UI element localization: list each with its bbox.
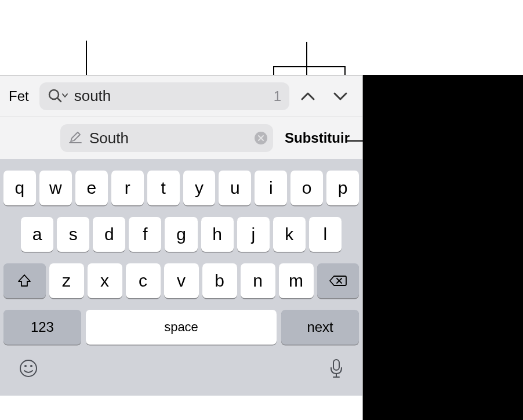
search-input-value[interactable]: south [74,87,268,105]
svg-point-5 [30,365,32,367]
key-u[interactable]: u [219,171,251,205]
key-r[interactable]: r [111,171,144,205]
key-w[interactable]: w [39,171,72,205]
key-l[interactable]: l [309,217,342,252]
mic-icon[interactable] [329,359,344,379]
keyboard: q w e r t y u i o p a s d f g h j k l z [0,159,362,396]
previous-match-button[interactable] [300,90,316,102]
replace-input-value[interactable]: South [89,129,248,147]
svg-point-3 [20,360,37,376]
svg-line-1 [57,98,61,102]
key-x[interactable]: x [88,263,122,298]
search-match-count: 1 [274,88,281,104]
pencil-icon [68,130,82,146]
key-g[interactable]: g [165,217,197,252]
clear-icon[interactable] [255,132,267,144]
next-match-button[interactable] [332,90,348,102]
emoji-icon[interactable] [19,359,38,379]
key-v[interactable]: v [164,263,199,298]
key-t[interactable]: t [147,171,180,205]
key-d[interactable]: d [93,217,125,252]
key-n[interactable]: n [241,263,275,298]
key-a[interactable]: a [21,217,53,252]
key-backspace[interactable] [317,263,359,298]
key-c[interactable]: c [126,263,161,298]
key-space[interactable]: space [86,310,277,345]
key-y[interactable]: y [183,171,216,205]
key-q[interactable]: q [3,171,36,205]
key-shift[interactable] [3,263,46,298]
replace-button[interactable]: Substituir [280,130,357,146]
key-next[interactable]: next [281,310,359,345]
key-j[interactable]: j [237,217,270,252]
key-p[interactable]: p [326,171,359,205]
replace-field[interactable]: South [60,124,273,152]
key-s[interactable]: s [57,217,89,252]
svg-point-4 [24,365,27,367]
key-m[interactable]: m [279,263,314,298]
search-options-icon[interactable] [48,88,68,104]
key-z[interactable]: z [49,263,84,298]
search-field[interactable]: south 1 [39,82,289,110]
key-b[interactable]: b [202,263,237,298]
key-numbers[interactable]: 123 [3,310,81,345]
search-toolbar: Fet south 1 [0,75,362,117]
key-e[interactable]: e [75,171,108,205]
key-i[interactable]: i [255,171,287,205]
key-h[interactable]: h [201,217,234,252]
svg-rect-6 [333,360,339,370]
replace-toolbar: South Substituir [0,117,362,159]
key-k[interactable]: k [273,217,306,252]
key-o[interactable]: o [290,171,323,205]
key-f[interactable]: f [129,217,161,252]
done-button[interactable]: Fet [6,88,35,104]
